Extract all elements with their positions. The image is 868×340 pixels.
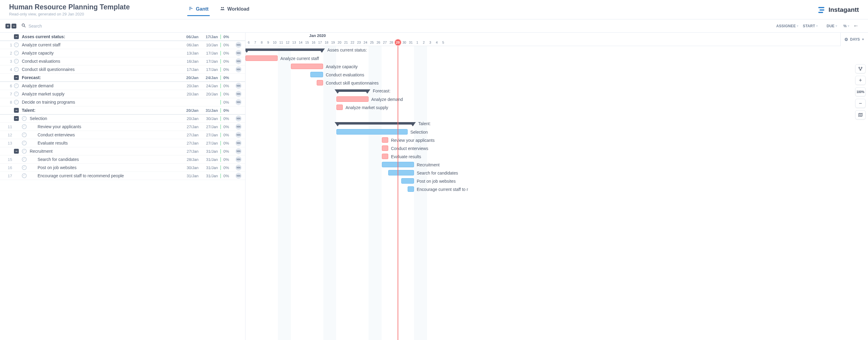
day-cell[interactable]: 13 — [291, 39, 297, 46]
group-row[interactable]: −Asses current status:06/Jan17/Jan0% — [0, 33, 245, 41]
assignee-avatar[interactable]: NN — [236, 116, 242, 122]
check-circle[interactable] — [22, 124, 27, 129]
check-circle[interactable] — [22, 141, 27, 146]
day-cell[interactable]: 29 — [395, 39, 401, 46]
check-circle[interactable] — [22, 116, 27, 121]
zoom-reset-button[interactable]: 100% — [855, 87, 866, 96]
day-cell[interactable]: 30 — [401, 39, 407, 46]
timeline-body[interactable]: Asses current status:Analyze current sta… — [246, 46, 868, 340]
col-due[interactable]: DUE▾ — [818, 24, 837, 28]
day-cell[interactable]: 25 — [369, 39, 375, 46]
check-circle[interactable] — [14, 42, 19, 47]
day-cell[interactable]: 16 — [310, 39, 317, 46]
check-circle[interactable] — [14, 59, 19, 64]
task-row[interactable]: −Selection20/Jan30/Jan0%NN — [0, 115, 245, 123]
day-cell[interactable]: 8 — [258, 39, 265, 46]
task-row[interactable]: 13Evaluate results27/Jan27/Jan0%NN — [0, 139, 245, 147]
day-cell[interactable]: 5 — [440, 39, 446, 46]
day-cell[interactable]: 4 — [433, 39, 440, 46]
task-bar[interactable]: Analyze market supply — [336, 104, 343, 110]
task-row[interactable]: 6Analyze demand20/Jan24/Jan0%NN — [0, 82, 245, 90]
assignee-avatar[interactable]: NN — [236, 42, 242, 48]
task-bar[interactable]: Conduct skill questionnaires — [317, 80, 323, 86]
task-bar[interactable]: Analyze capacity — [291, 64, 323, 69]
assignee-avatar[interactable]: NN — [236, 66, 242, 72]
task-row[interactable]: 8Decide on training programs0%NN — [0, 98, 245, 106]
collapse-toggle[interactable]: − — [14, 34, 19, 39]
task-bar[interactable]: Review your applicants — [382, 137, 388, 143]
day-cell[interactable]: 23 — [356, 39, 362, 46]
day-cell[interactable]: 27 — [381, 39, 388, 46]
col-assignee[interactable]: ASSIGNEE▾ — [771, 24, 798, 28]
col-percent[interactable]: %▾ — [837, 24, 849, 28]
collapse-panel-button[interactable]: ← — [852, 23, 860, 29]
tab-workload[interactable]: Workload — [219, 3, 251, 16]
day-cell[interactable]: 6 — [246, 39, 252, 46]
assignee-avatar[interactable]: NN — [236, 140, 242, 146]
check-circle[interactable] — [14, 83, 19, 88]
task-bar[interactable]: Encourage current staff to r — [408, 186, 414, 192]
timeline-scale-button[interactable]: ⚙ DAYS ▼ — [840, 33, 868, 46]
assignee-avatar[interactable]: NN — [236, 148, 242, 154]
task-bar[interactable]: Conduct evaluations — [310, 72, 323, 77]
tab-gantt[interactable]: Gantt — [187, 3, 210, 16]
day-cell[interactable]: 22 — [349, 39, 355, 46]
expand-all-button[interactable]: + — [5, 24, 10, 29]
assignee-avatar[interactable]: NN — [236, 99, 242, 105]
group-bar[interactable] — [336, 122, 414, 125]
day-cell[interactable]: 18 — [323, 39, 330, 46]
group-row[interactable]: −Forecast:20/Jan24/Jan0% — [0, 74, 245, 82]
collapse-toggle[interactable]: − — [14, 116, 19, 121]
group-row[interactable]: −Talent:20/Jan31/Jan0% — [0, 106, 245, 115]
day-cell[interactable]: 9 — [265, 39, 271, 46]
task-row[interactable]: 17Encourage current staff to recommend p… — [0, 172, 245, 180]
zoom-in-button[interactable]: + — [855, 76, 866, 85]
assignee-avatar[interactable]: NN — [236, 156, 242, 162]
zoom-out-button[interactable]: − — [855, 99, 866, 108]
task-row[interactable]: 7Analyze market supply20/Jan20/Jan0%NN — [0, 90, 245, 98]
day-cell[interactable]: 3 — [427, 39, 433, 46]
check-circle[interactable] — [14, 92, 19, 96]
minimap-button[interactable] — [855, 110, 866, 119]
collapse-all-button[interactable]: − — [11, 24, 17, 29]
task-row[interactable]: 4Conduct skill questionnaires17/Jan17/Ja… — [0, 65, 245, 74]
day-cell[interactable]: 2 — [421, 39, 427, 46]
task-row[interactable]: 11Review your applicants27/Jan27/Jan0%NN — [0, 123, 245, 131]
check-circle[interactable] — [22, 132, 27, 137]
assignee-avatar[interactable]: NN — [236, 124, 242, 130]
collapse-toggle[interactable]: − — [14, 75, 19, 80]
check-circle[interactable] — [22, 165, 27, 170]
day-cell[interactable]: 26 — [375, 39, 381, 46]
day-cell[interactable]: 31 — [408, 39, 414, 46]
day-cell[interactable]: 24 — [362, 39, 369, 46]
check-circle[interactable] — [22, 157, 27, 162]
check-circle[interactable] — [14, 100, 19, 104]
assignee-avatar[interactable]: NN — [236, 164, 242, 171]
day-cell[interactable]: 12 — [284, 39, 291, 46]
day-cell[interactable]: 15 — [304, 39, 310, 46]
assignee-avatar[interactable]: NN — [236, 173, 242, 179]
task-bar[interactable]: Conduct enterviews — [382, 146, 388, 151]
day-cell[interactable]: 11 — [278, 39, 284, 46]
day-cell[interactable]: 14 — [297, 39, 304, 46]
task-row[interactable]: −Recruitment27/Jan31/Jan0%NN — [0, 147, 245, 155]
day-cell[interactable]: 7 — [252, 39, 258, 46]
task-row[interactable]: 3Conduct evaluations16/Jan17/Jan0%NN — [0, 57, 245, 65]
assignee-avatar[interactable]: NN — [236, 83, 242, 89]
task-row[interactable]: 15Search for candidates28/Jan31/Jan0%NN — [0, 155, 245, 164]
task-row[interactable]: 12Conduct enterviews27/Jan27/Jan0%NN — [0, 131, 245, 139]
check-circle[interactable] — [22, 173, 27, 178]
search-input[interactable] — [29, 24, 89, 29]
task-bar[interactable]: Analyze demand — [336, 96, 369, 102]
brand[interactable]: Instagantt — [818, 6, 859, 13]
task-bar[interactable]: Post on job websites — [401, 178, 414, 184]
col-start[interactable]: START▾ — [798, 24, 818, 28]
task-bar[interactable]: Search for candidates — [388, 170, 414, 176]
task-row[interactable]: 16Post on job websites30/Jan31/Jan0%NN — [0, 164, 245, 172]
task-bar[interactable]: Analyze current staff — [246, 56, 278, 61]
day-cell[interactable]: 10 — [272, 39, 278, 46]
day-cell[interactable]: 17 — [317, 39, 323, 46]
assignee-avatar[interactable]: NN — [236, 50, 242, 56]
branch-button[interactable] — [855, 64, 866, 73]
assignee-avatar[interactable]: NN — [236, 58, 242, 64]
